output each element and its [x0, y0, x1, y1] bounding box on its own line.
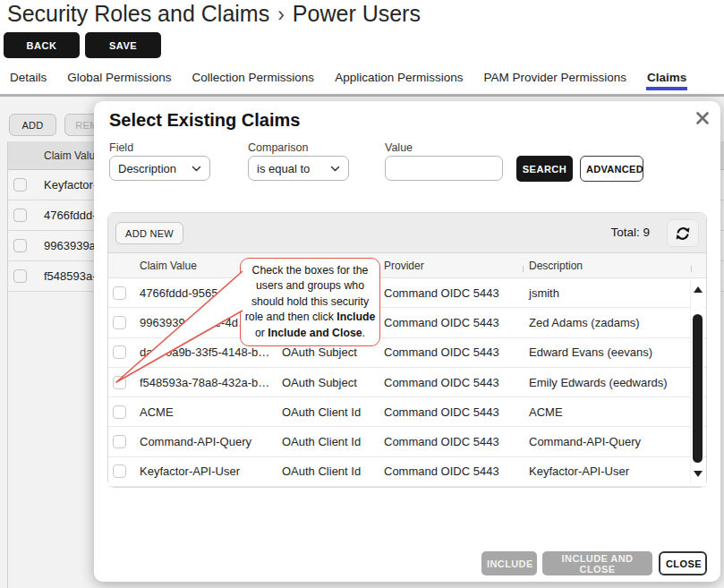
- row-checkbox[interactable]: [113, 316, 126, 329]
- description-cell: Edward Evans (eevans): [527, 345, 706, 359]
- back-button[interactable]: BACK: [4, 32, 80, 58]
- row-checkbox[interactable]: [113, 376, 126, 389]
- row-checkbox[interactable]: [113, 345, 126, 359]
- scroll-up-arrow-icon[interactable]: [694, 286, 703, 293]
- include-and-close-button[interactable]: INCLUDE AND CLOSE: [542, 551, 652, 575]
- total-count: Total: 9: [610, 226, 650, 239]
- comparison-label: Comparison: [248, 141, 308, 154]
- provider-column-header: Provider: [382, 260, 527, 272]
- provider-cell: Command OIDC 5443: [382, 286, 527, 300]
- tab-collection-permissions[interactable]: Collection Permissions: [192, 71, 316, 90]
- claim-value-cell: da300a9b-33f5-4148-b…: [139, 345, 282, 359]
- claim-value-cell: Keyfactor-API-User: [139, 464, 282, 478]
- breadcrumb-section: Security Roles and Claims: [7, 1, 269, 26]
- provider-cell: Command OIDC 5443: [382, 316, 527, 329]
- description-cell: Command-API-Query: [527, 435, 706, 448]
- row-checkbox[interactable]: [113, 405, 126, 419]
- refresh-button[interactable]: [667, 219, 699, 247]
- tab-details[interactable]: Details: [9, 71, 47, 90]
- table-row[interactable]: f548593a-78a8-432a-b…OAuth SubjectComman…: [108, 368, 706, 397]
- claim-value-cell: Command-API-Query: [139, 435, 282, 448]
- breadcrumb-separator-icon: ›: [277, 3, 285, 26]
- tab-application-permissions[interactable]: Application Permissions: [334, 71, 464, 90]
- chevron-down-icon: [330, 166, 340, 172]
- modal-table-header-row: Claim Value Provider Description: [108, 253, 706, 278]
- value-label: Value: [385, 141, 413, 154]
- claim-type-cell: OAuth Client Id: [282, 405, 382, 419]
- provider-cell: Command OIDC 5443: [382, 345, 527, 359]
- screen: Security Roles and Claims›Power Users BA…: [0, 0, 724, 588]
- provider-cell: Command OIDC 5443: [382, 376, 527, 389]
- save-button[interactable]: SAVE: [85, 32, 161, 58]
- tab-pam-provider-permissions[interactable]: PAM Provider Permissions: [482, 71, 627, 90]
- include-button[interactable]: INCLUDE: [481, 551, 537, 575]
- field-select[interactable]: Description: [109, 156, 210, 181]
- table-row[interactable]: da300a9b-33f5-4148-b…OAuth SubjectComman…: [108, 338, 706, 368]
- table-row[interactable]: Keyfactor-API-UserOAuth Client IdCommand…: [108, 457, 706, 487]
- comparison-select-value: is equal to: [257, 162, 310, 175]
- search-button[interactable]: SEARCH: [516, 156, 573, 182]
- description-cell: Zed Adams (zadams): [527, 316, 706, 329]
- table-row[interactable]: ACMEOAuth Client IdCommand OIDC 5443ACME: [108, 397, 706, 427]
- table-row[interactable]: 9963939a-7dae-4d…Command OIDC 5443Zed Ad…: [108, 308, 706, 337]
- description-column-header: Description: [527, 260, 706, 272]
- row-checkbox[interactable]: [113, 464, 126, 478]
- tab-claims[interactable]: Claims: [646, 71, 687, 90]
- dialog-title: Select Existing Claims: [109, 110, 300, 131]
- tab-bar: DetailsGlobal PermissionsCollection Perm…: [9, 71, 687, 90]
- provider-cell: Command OIDC 5443: [382, 464, 527, 478]
- claim-type-cell: OAuth Client Id: [282, 435, 382, 448]
- breadcrumb-current: Power Users: [293, 1, 421, 26]
- add-new-button[interactable]: ADD NEW: [115, 222, 183, 244]
- advanced-button[interactable]: ADVANCED: [580, 156, 643, 182]
- close-icon[interactable]: [694, 109, 711, 127]
- field-select-value: Description: [118, 162, 176, 175]
- existing-claims-panel: ADD NEW Total: 9 Claim Value Provider De…: [107, 212, 707, 488]
- refresh-icon: [674, 225, 692, 243]
- description-cell: Emily Edwards (eedwards): [527, 376, 706, 389]
- claim-type-cell: OAuth Subject: [282, 376, 382, 389]
- table-row[interactable]: Command-API-QueryOAuth Client IdCommand …: [108, 427, 706, 456]
- table-row[interactable]: 4766fddd-9565-4…Command OIDC 5443jsmith: [108, 278, 706, 308]
- claim-type-cell: OAuth Client Id: [282, 464, 382, 478]
- claim-value-cell: f548593a-78a8-432a-b…: [139, 376, 282, 389]
- comparison-select[interactable]: is equal to: [248, 156, 349, 181]
- claim-type-cell: OAuth Subject: [282, 345, 382, 359]
- field-label: Field: [109, 141, 133, 154]
- description-cell: jsmith: [527, 286, 706, 300]
- breadcrumb: Security Roles and Claims›Power Users: [7, 1, 421, 27]
- description-cell: Keyfactor-API-User: [527, 464, 706, 478]
- close-button[interactable]: CLOSE: [659, 551, 707, 575]
- provider-cell: Command OIDC 5443: [382, 435, 527, 448]
- row-checkbox[interactable]: [113, 435, 126, 448]
- select-existing-claims-dialog: Select Existing Claims Field Comparison …: [94, 101, 720, 582]
- claim-value-cell: ACME: [139, 405, 282, 419]
- scrollbar-thumb[interactable]: [693, 314, 703, 463]
- scroll-down-arrow-icon[interactable]: [694, 471, 703, 477]
- table-scrollbar[interactable]: [690, 280, 703, 483]
- provider-cell: Command OIDC 5443: [382, 405, 527, 419]
- panel-toolbar: ADD NEW Total: 9: [108, 213, 706, 253]
- description-cell: ACME: [527, 405, 706, 419]
- tab-global-permissions[interactable]: Global Permissions: [66, 71, 172, 90]
- annotation-callout: Check the boxes for the users and groups…: [240, 258, 380, 346]
- row-checkbox[interactable]: [113, 286, 126, 300]
- chevron-down-icon: [192, 166, 201, 172]
- value-input[interactable]: [385, 156, 503, 181]
